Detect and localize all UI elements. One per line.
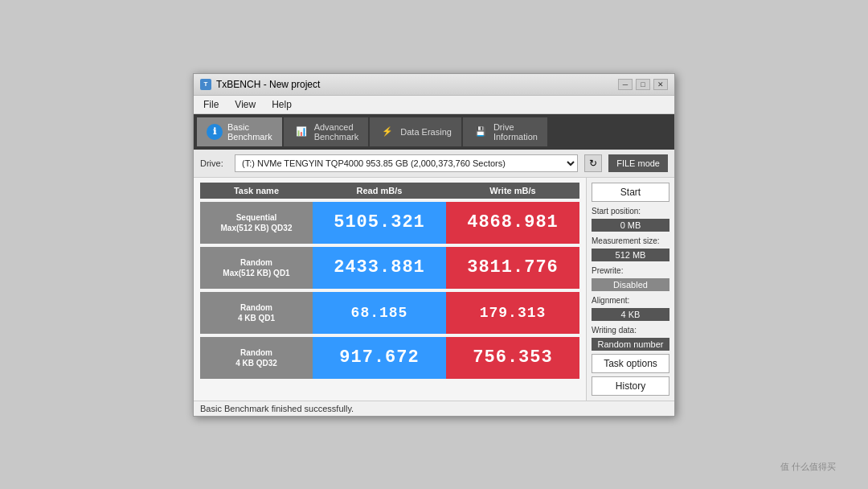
drive-label: Drive: [200, 158, 228, 168]
maximize-button[interactable]: □ [636, 79, 650, 90]
right-panel: Start Start position: 0 MB Measurement s… [586, 178, 674, 401]
benchmark-area: Task name Read mB/s Write mB/s Sequentia… [194, 178, 586, 401]
close-button[interactable]: ✕ [653, 79, 668, 90]
write-sequential-qd32: 4868.981 [446, 202, 579, 244]
header-task: Task name [200, 186, 313, 195]
task-random-4kb-qd1: Random 4 KB QD1 [200, 292, 313, 334]
title-bar-controls: ─ □ ✕ [618, 79, 668, 90]
start-position-value: 0 MB [592, 219, 669, 232]
file-mode-button[interactable]: FILE mode [608, 154, 668, 172]
title-bar: T TxBENCH - New project ─ □ ✕ [194, 74, 674, 96]
disk-icon: 💾 [473, 124, 489, 140]
prewrite-label: Prewrite: [592, 266, 669, 275]
task-sequential-qd32: Sequential Max(512 KB) QD32 [200, 202, 313, 244]
task-options-button[interactable]: Task options [592, 354, 669, 373]
menu-bar: File View Help [194, 96, 674, 114]
task-random-512-qd1: Random Max(512 KB) QD1 [200, 247, 313, 289]
header-write: Write mB/s [446, 186, 579, 195]
tab-advanced-benchmark[interactable]: 📊 Advanced Benchmark [284, 117, 369, 146]
toolbar: ℹ Basic Benchmark 📊 Advanced Benchmark ⚡… [194, 114, 674, 150]
bench-row-random-4kb-qd32: Random 4 KB QD32 917.672 756.353 [200, 337, 579, 379]
write-random-4kb-qd32: 756.353 [446, 337, 579, 379]
tab-drive-information[interactable]: 💾 Drive Information [463, 117, 547, 146]
lightning-icon: ⚡ [379, 124, 395, 140]
app-title: TxBENCH - New project [216, 79, 320, 90]
tab-data-erasing[interactable]: ⚡ Data Erasing [370, 117, 461, 146]
tab-drive-label: Drive Information [493, 122, 538, 142]
alignment-value: 4 KB [592, 308, 669, 321]
tab-basic-benchmark[interactable]: ℹ Basic Benchmark [197, 117, 282, 146]
read-random-4kb-qd1: 68.185 [313, 292, 446, 334]
start-position-label: Start position: [592, 207, 669, 216]
tab-erase-label: Data Erasing [400, 127, 452, 137]
prewrite-value: Disabled [592, 278, 669, 291]
menu-view[interactable]: View [231, 97, 259, 112]
gauge-icon: ℹ [207, 124, 223, 140]
measurement-size-value: 512 MB [592, 249, 669, 261]
watermark: 值 什么值得买 [780, 461, 836, 473]
start-button[interactable]: Start [592, 183, 669, 202]
alignment-label: Alignment: [592, 296, 669, 305]
status-message: Basic Benchmark finished successfully. [200, 404, 354, 413]
minimize-button[interactable]: ─ [618, 79, 633, 90]
menu-file[interactable]: File [200, 97, 222, 112]
app-window: T TxBENCH - New project ─ □ ✕ File View … [193, 73, 675, 417]
tab-basic-label: Basic Benchmark [227, 122, 272, 142]
writing-data-label: Writing data: [592, 326, 669, 335]
drive-refresh-button[interactable]: ↻ [584, 154, 602, 172]
tab-advanced-label: Advanced Benchmark [314, 122, 359, 142]
app-icon: T [200, 79, 211, 90]
write-random-4kb-qd1: 179.313 [446, 292, 579, 334]
header-read: Read mB/s [313, 186, 446, 195]
write-random-512-qd1: 3811.776 [446, 247, 579, 289]
writing-data-value: Random number [592, 338, 669, 351]
measurement-size-label: Measurement size: [592, 236, 669, 245]
bench-row-random-4kb-qd1: Random 4 KB QD1 68.185 179.313 [200, 292, 579, 334]
title-bar-left: T TxBENCH - New project [200, 79, 320, 90]
history-button[interactable]: History [592, 376, 669, 396]
status-bar: Basic Benchmark finished successfully. [194, 401, 674, 416]
bar-chart-icon: 📊 [293, 124, 309, 140]
table-header: Task name Read mB/s Write mB/s [200, 183, 579, 199]
bench-row-sequential-qd32: Sequential Max(512 KB) QD32 5105.321 486… [200, 202, 579, 244]
read-random-4kb-qd32: 917.672 [313, 337, 446, 379]
menu-help[interactable]: Help [268, 97, 295, 112]
drive-bar: Drive: (T:) NVMe TENGYIN TQP4000 953.85 … [194, 150, 674, 178]
read-random-512-qd1: 2433.881 [313, 247, 446, 289]
bench-row-random-qd1: Random Max(512 KB) QD1 2433.881 3811.776 [200, 247, 579, 289]
task-random-4kb-qd32: Random 4 KB QD32 [200, 337, 313, 379]
read-sequential-qd32: 5105.321 [313, 202, 446, 244]
main-content: Task name Read mB/s Write mB/s Sequentia… [194, 178, 674, 401]
drive-select[interactable]: (T:) NVMe TENGYIN TQP4000 953.85 GB (2,0… [235, 154, 578, 172]
